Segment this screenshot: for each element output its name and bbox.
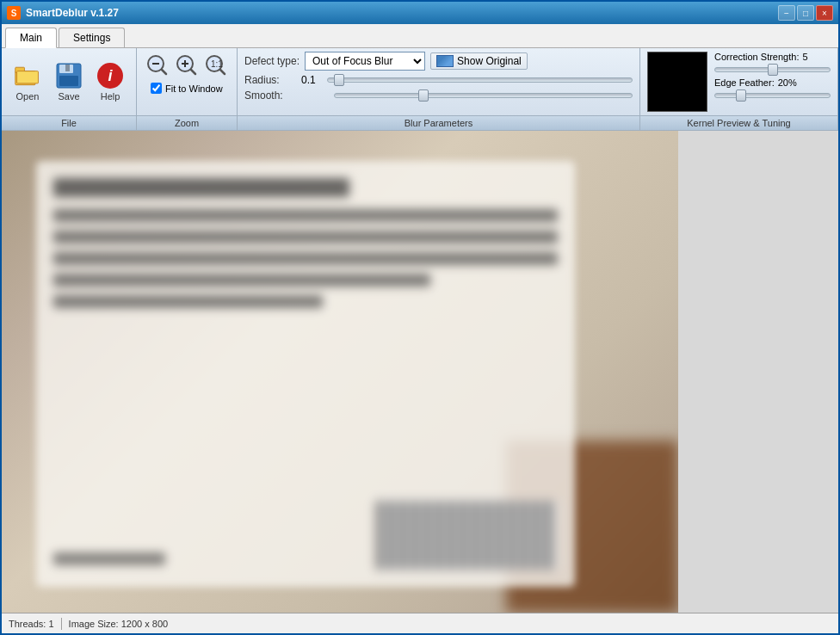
save-label: Save [58,91,79,102]
status-bar: Threads: 1 Image Size: 1200 x 800 [2,613,838,633]
defect-type-select[interactable]: Out of Focus Blur Motion Blur Gaussian B… [305,52,425,71]
title-bar-left: S SmartDeblur v.1.27 [7,6,119,20]
blur-params-content: Defect type: Out of Focus Blur Motion Bl… [238,48,639,115]
radius-label: Radius: [244,74,296,86]
blur-params-section: Defect type: Out of Focus Blur Motion Bl… [238,48,640,130]
right-panel [678,131,838,613]
fit-label: Fit to Window [165,83,223,94]
window-title: SmartDeblur v.1.27 [26,7,119,19]
title-bar-buttons: − □ × [778,5,833,21]
edge-feather-row: Edge Feather: 20% [714,77,831,88]
svg-text:1:1: 1:1 [211,59,223,69]
app-icon: S [7,6,21,20]
blur-params-label: Blur Parameters [238,115,639,130]
image-canvas [2,131,678,613]
edge-feather-value: 20% [778,77,797,88]
label-bg [36,161,575,587]
edge-feather-slider[interactable] [714,93,831,98]
svg-line-16 [220,70,225,74]
zoom-out-button[interactable] [144,52,171,79]
help-icon: i [96,62,124,89]
zoom-in-button[interactable] [173,52,201,79]
open-icon [14,62,41,89]
correction-slider[interactable] [714,67,831,72]
open-button[interactable]: Open [9,59,46,105]
kernel-sliders: Correction Strength: 5 Edge Feather: 20% [714,52,831,98]
kernel-section-label: Kernel Preview & Tuning [640,115,837,130]
zoom-section: 1:1 Fit to Window Zoom [137,48,238,130]
open-label: Open [16,91,40,102]
blur-bottom-text [53,552,165,565]
edge-feather-label: Edge Feather: [714,77,775,88]
radius-slider[interactable] [327,77,633,83]
correction-row: Correction Strength: 5 [714,52,831,62]
kernel-content: Correction Strength: 5 Edge Feather: 20% [640,48,837,115]
barcode [377,501,558,570]
fit-to-window-row: Fit to Window [144,81,230,99]
status-divider [61,618,62,630]
help-label: Help [101,91,120,102]
fit-checkbox[interactable] [151,83,162,94]
toolbar: Open Save i [2,48,838,131]
defect-label: Defect type: [244,55,300,67]
main-content [2,131,838,613]
blur-line4 [53,274,430,287]
file-section: Open Save i [2,48,137,130]
image-area[interactable] [2,131,678,613]
kernel-section: Correction Strength: 5 Edge Feather: 20%… [640,48,838,130]
svg-line-9 [162,70,166,74]
tab-bar: Main Settings [2,24,838,48]
radius-row: Radius: 0.1 [244,74,633,86]
correction-label: Correction Strength: [714,52,799,62]
defect-type-row: Defect type: Out of Focus Blur Motion Bl… [244,52,633,71]
minimize-button[interactable]: − [778,5,795,21]
svg-rect-6 [65,65,70,71]
show-original-button[interactable]: Show Original [430,52,528,70]
kernel-preview [647,52,707,112]
maximize-button[interactable]: □ [797,5,814,21]
smooth-slider[interactable] [334,93,633,98]
zoom-original-button[interactable]: 1:1 [202,52,230,79]
tab-settings[interactable]: Settings [59,28,125,47]
file-tools: Open Save i [2,48,136,115]
save-icon [55,62,83,89]
close-button[interactable]: × [816,5,833,21]
svg-line-13 [191,70,195,74]
blur-line1 [53,209,558,222]
file-section-label: File [2,115,136,130]
blur-line2 [53,231,558,244]
zoom-tools: 1:1 Fit to Window [137,48,237,115]
blur-title [53,178,349,197]
help-button[interactable]: i Help [91,59,129,105]
smooth-row: Smooth: [244,89,633,102]
tab-main[interactable]: Main [5,28,57,48]
title-bar: S SmartDeblur v.1.27 − □ × [2,2,838,24]
smooth-label: Smooth: [244,89,296,102]
zoom-buttons: 1:1 [144,52,230,79]
show-original-label: Show Original [457,55,522,67]
main-window: S SmartDeblur v.1.27 − □ × Main Settings [0,0,840,635]
blur-line3 [53,252,558,265]
svg-rect-2 [17,71,39,83]
threads-status: Threads: 1 [9,619,54,629]
svg-rect-5 [59,76,78,86]
correction-value: 5 [802,52,807,62]
radius-value: 0.1 [301,74,322,86]
blur-line5 [53,295,323,308]
image-size-status: Image Size: 1200 x 800 [69,619,169,629]
zoom-section-label: Zoom [137,115,237,130]
save-button[interactable]: Save [50,59,88,105]
show-original-icon [436,55,454,67]
